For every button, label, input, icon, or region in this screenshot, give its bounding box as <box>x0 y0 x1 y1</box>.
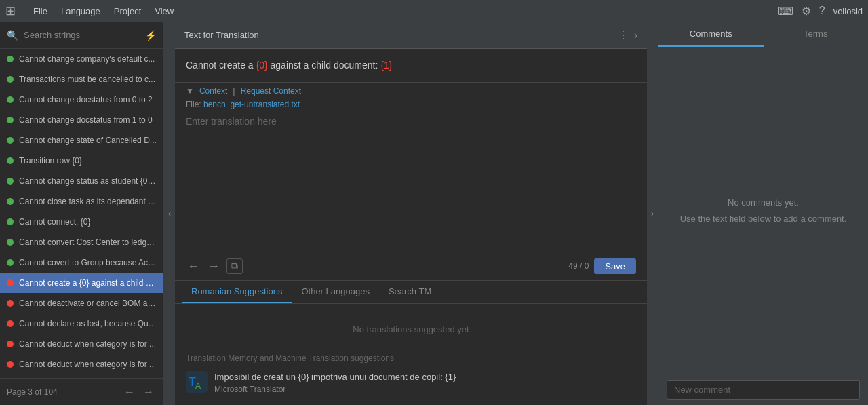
new-comment-input[interactable] <box>667 380 860 400</box>
item-text: Cannot deactivate or cancel BOM as... <box>19 298 157 308</box>
status-dot <box>7 198 14 205</box>
save-button[interactable]: Save <box>594 258 636 274</box>
file-link[interactable]: bench_get-untranslated.txt <box>203 100 300 109</box>
status-dot <box>7 239 14 246</box>
tab-other[interactable]: Other Languages <box>292 281 378 303</box>
item-text: Cannot create a {0} against a child d... <box>19 278 157 288</box>
list-item[interactable]: Cannot declare as lost, because Quo... <box>0 313 163 334</box>
item-text: Cannot change docstatus from 0 to 2 <box>19 95 153 104</box>
expand-button[interactable]: › <box>634 29 637 41</box>
list-item[interactable]: Cannot connect: {0} <box>0 212 163 232</box>
list-item[interactable]: Transactions must be cancelled to c... <box>0 69 163 90</box>
source-text: Cannot create a {0} against a child docu… <box>186 58 636 73</box>
more-options-button[interactable]: ⋮ <box>618 28 629 41</box>
suggestion-item[interactable]: T A Imposibil de creat un {0} impotriva … <box>186 367 636 398</box>
status-dot <box>7 96 14 103</box>
copy-source-button[interactable]: ⧉ <box>226 258 243 274</box>
tab-search[interactable]: Search TM <box>379 281 441 303</box>
tab-romanian[interactable]: Romanian Suggestions <box>182 281 292 303</box>
keyboard-icon[interactable]: ⌨ <box>778 5 793 18</box>
suggestion-items-container: T A Imposibil de creat un {0} impotriva … <box>186 367 636 398</box>
right-panel-footer <box>658 374 868 405</box>
status-dot <box>7 117 14 123</box>
item-text: Cannot change status as student {0}... <box>19 176 157 186</box>
list-item[interactable]: Cannot deduct when category is for ... <box>0 354 163 374</box>
prev-page-button[interactable]: ← <box>121 385 138 400</box>
status-dot <box>7 259 14 266</box>
item-text: Cannot close task as its dependant t... <box>19 197 157 206</box>
menu-language[interactable]: Language <box>54 0 107 22</box>
sidebar-nav: ← → <box>121 385 157 400</box>
sidebar-list: Cannot change company's default c...Tran… <box>0 49 163 378</box>
suggestions-content: No translations suggested yet Translatio… <box>175 304 647 405</box>
list-item[interactable]: Cannot change company's default c... <box>0 49 163 69</box>
translation-area[interactable] <box>175 111 647 252</box>
request-context-link[interactable]: Request Context <box>241 86 301 96</box>
list-item[interactable]: Cannot create a {0} against a child d... <box>0 273 163 293</box>
page-indicator: Page 3 of 104 <box>7 387 58 397</box>
sidebar-footer: Page 3 of 104 ← → <box>0 378 163 405</box>
next-string-button[interactable]: → <box>206 258 221 275</box>
list-item[interactable]: Cannot covert to Group because Acc... <box>0 252 163 273</box>
svg-text:A: A <box>195 381 201 391</box>
list-item[interactable]: Cannot change state of Cancelled D... <box>0 130 163 151</box>
right-tab-terms[interactable]: Terms <box>764 22 869 47</box>
right-tab-comments[interactable]: Comments <box>658 22 764 47</box>
list-item[interactable]: Cannot change status as student {0}... <box>0 171 163 191</box>
menu-view[interactable]: View <box>148 0 180 22</box>
status-dot <box>7 56 14 62</box>
status-dot <box>7 341 14 347</box>
center-header-actions: ⋮ › <box>618 28 637 41</box>
suggestions-tabs: Romanian SuggestionsOther LanguagesSearc… <box>175 281 647 304</box>
center-panel: Text for Translation ⋮ › Cannot create a… <box>175 22 647 405</box>
status-dot <box>7 300 14 307</box>
item-text: Transactions must be cancelled to c... <box>19 75 155 84</box>
expand-right-panel-button[interactable]: › <box>647 22 658 405</box>
menu-project[interactable]: Project <box>107 0 148 22</box>
prev-string-button[interactable]: ← <box>186 258 201 275</box>
list-item[interactable]: Cannot deduct when category is for ... <box>0 334 163 354</box>
source-area: Cannot create a {0} against a child docu… <box>175 49 647 83</box>
list-item[interactable]: Cannot deactivate or cancel BOM as... <box>0 293 163 313</box>
translator-icon: T A <box>186 371 208 393</box>
apps-icon[interactable]: ⊞ <box>5 3 16 18</box>
status-dot <box>7 279 14 286</box>
context-bar: ▼ Context | Request Context <box>175 83 647 98</box>
no-comments-text: No comments yet. Use the text field belo… <box>680 195 847 227</box>
settings-icon[interactable]: ⚙ <box>802 5 811 18</box>
suggestion-text-block: Imposibil de creat un {0} impotriva unui… <box>214 371 636 394</box>
filter-icon[interactable]: ⚡ <box>145 30 157 41</box>
collapse-sidebar-button[interactable]: ‹ <box>164 22 175 405</box>
sidebar: 🔍 ⚡ Cannot change company's default c...… <box>0 22 164 405</box>
status-dot <box>7 137 14 144</box>
item-text: Cannot declare as lost, because Quo... <box>19 319 157 328</box>
menu-file[interactable]: File <box>26 0 54 22</box>
item-text: Cannot change company's default c... <box>19 54 155 64</box>
status-dot <box>7 361 14 368</box>
list-item[interactable]: Cannot change docstatus from 0 to 2 <box>0 90 163 110</box>
file-info: File: bench_get-untranslated.txt <box>175 98 647 111</box>
no-comments-line2: Use the text field below to add a commen… <box>680 211 847 227</box>
source-tag-1: {1} <box>380 60 392 71</box>
item-text: Cannot connect: {0} <box>19 217 90 227</box>
list-item[interactable]: Cannot change docstatus from 1 to 0 <box>0 110 163 130</box>
user-label: vellosid <box>833 6 863 16</box>
main-layout: 🔍 ⚡ Cannot change company's default c...… <box>0 22 868 405</box>
translation-input[interactable] <box>186 116 636 177</box>
context-link[interactable]: Context <box>199 86 227 96</box>
next-page-button[interactable]: → <box>140 385 157 400</box>
item-text: Cannot change state of Cancelled D... <box>19 136 157 145</box>
suggestion-main-text: Imposibil de creat un {0} impotriva unui… <box>214 371 636 383</box>
center-header-title: Text for Translation <box>184 30 259 40</box>
help-icon[interactable]: ? <box>819 5 825 17</box>
search-input[interactable] <box>24 30 140 40</box>
right-panel: CommentsTerms No comments yet. Use the t… <box>658 22 868 405</box>
list-item[interactable]: Cannot close task as its dependant t... <box>0 191 163 212</box>
status-dot <box>7 178 14 185</box>
item-text: Cannot deduct when category is for ... <box>19 360 156 369</box>
suggestions-panel: Romanian SuggestionsOther LanguagesSearc… <box>175 281 647 405</box>
list-item[interactable]: Transition row {0} <box>0 151 163 171</box>
no-suggestions-text: No translations suggested yet <box>186 311 636 348</box>
search-icon: 🔍 <box>7 30 18 41</box>
list-item[interactable]: Cannot convert Cost Center to ledge... <box>0 232 163 252</box>
